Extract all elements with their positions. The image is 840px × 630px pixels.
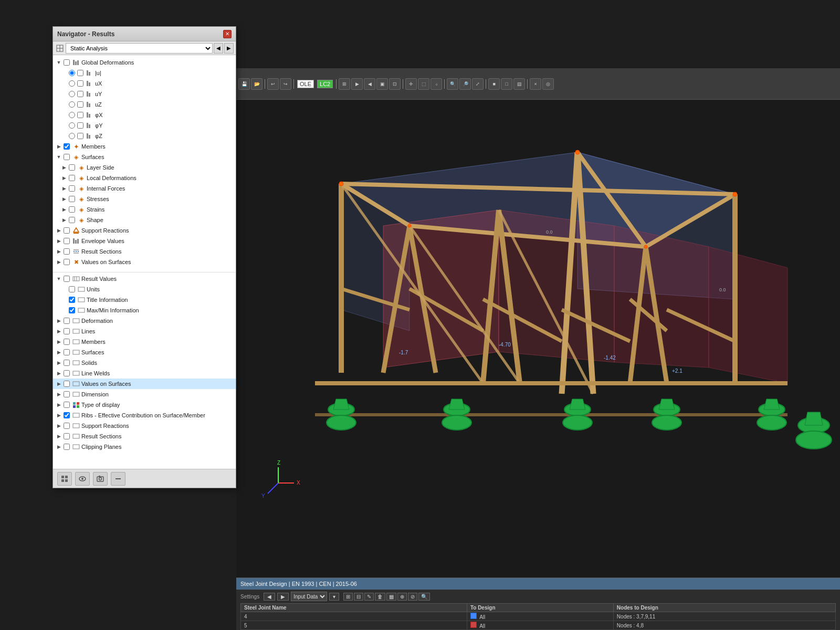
expand-icon-members[interactable]: ▶	[55, 143, 62, 150]
checkbox-title-info[interactable]	[69, 297, 75, 303]
checkbox-stresses[interactable]	[69, 196, 75, 202]
checkbox-phiz[interactable]	[77, 133, 83, 139]
tb-sel3[interactable]: ⬦	[430, 78, 442, 90]
analysis-dropdown[interactable]: Static Analysis	[66, 43, 213, 54]
tree-item-values-on-surfaces-top[interactable]: ▶ ✖ Values on Surfaces	[53, 257, 236, 267]
nav-dash-btn[interactable]	[111, 472, 125, 486]
expand-icon-surfaces2[interactable]: ▶	[55, 349, 62, 356]
tree-item-layer-side[interactable]: ▶ ◈ Layer Side	[53, 162, 236, 173]
checkbox-envelope[interactable]	[64, 238, 70, 244]
checkbox-layer-side[interactable]	[69, 164, 75, 171]
table-row[interactable]: 5 All Nodes : 4,8	[241, 621, 836, 630]
radio-phiz[interactable]	[69, 133, 75, 139]
checkbox-result-values[interactable]	[64, 276, 70, 282]
tree-item-phiz[interactable]: φZ	[53, 131, 236, 141]
dropdown-arrow-btn[interactable]: ▾	[329, 593, 339, 601]
tb-misc1[interactable]: ×	[530, 78, 541, 90]
tb-view2[interactable]: ▶	[351, 78, 363, 90]
tool-btn-3[interactable]: ✎	[364, 593, 374, 601]
checkbox-local-deformations[interactable]	[69, 175, 75, 181]
expand-icon-shape[interactable]: ▶	[60, 216, 68, 224]
tree-item-global-deformations[interactable]: ▼ Global Deformations	[53, 57, 236, 68]
tree-item-values-on-surfaces[interactable]: ▶ Values on Surfaces	[53, 379, 236, 389]
expand-icon-stresses[interactable]: ▶	[60, 195, 68, 203]
expand-icon-support-reactions[interactable]: ▶	[55, 227, 62, 234]
checkbox-uy[interactable]	[77, 91, 83, 97]
nav-fwd-btn[interactable]: ▶	[277, 593, 289, 601]
tree-item-type-of-display[interactable]: ▶ Type of display	[53, 400, 236, 410]
tree-item-uy[interactable]: uY	[53, 89, 236, 99]
checkbox-result-sections2[interactable]	[64, 433, 70, 439]
tb-zoom-out[interactable]: 🔎	[459, 78, 471, 90]
checkbox-phix[interactable]	[77, 112, 83, 118]
radio-ux[interactable]	[69, 80, 75, 87]
tree-item-dimension[interactable]: ▶ Dimension	[53, 389, 236, 400]
tb-save[interactable]: 💾	[238, 78, 250, 90]
tree-item-ux[interactable]: uX	[53, 78, 236, 89]
tb-render1[interactable]: ■	[488, 78, 500, 90]
expand-icon-values-on-surfaces-top[interactable]: ▶	[55, 258, 62, 266]
radio-u-abs[interactable]	[69, 70, 75, 76]
checkbox-result-sections-top[interactable]	[64, 248, 70, 255]
checkbox-lines[interactable]	[64, 328, 70, 334]
tb-zoom-in[interactable]: 🔍	[447, 78, 458, 90]
tb-undo[interactable]: ↩	[267, 78, 279, 90]
tree-item-lines[interactable]: ▶ Lines	[53, 326, 236, 337]
tb-open[interactable]: 📂	[251, 78, 262, 90]
expand-icon-type-of-display[interactable]: ▶	[55, 401, 62, 408]
expand-icon-solids[interactable]: ▶	[55, 359, 62, 366]
nav-camera-btn[interactable]	[93, 472, 108, 486]
checkbox-ux[interactable]	[77, 80, 83, 87]
tb-sel2[interactable]: ⬚	[418, 78, 429, 90]
checkbox-shape[interactable]	[69, 217, 75, 223]
checkbox-surfaces2[interactable]	[64, 349, 70, 355]
tb-view1[interactable]: ⊞	[339, 78, 350, 90]
tree-item-title-info[interactable]: Title Information	[53, 295, 236, 305]
tb-zoom-fit[interactable]: ⤢	[472, 78, 484, 90]
tree-item-support-reactions2[interactable]: ▶ Support Reactions	[53, 421, 236, 431]
checkbox-global-deformations[interactable]	[64, 59, 70, 66]
checkbox-support-reactions[interactable]	[64, 227, 70, 234]
tree-item-envelope-values[interactable]: ▶ Envelope Values	[53, 236, 236, 246]
expand-icon-surfaces[interactable]: ▼	[55, 153, 62, 161]
checkbox-deformation[interactable]	[64, 318, 70, 324]
checkbox-type-of-display[interactable]	[64, 402, 70, 408]
tool-btn-2[interactable]: ⊟	[354, 593, 363, 601]
tree-item-uz[interactable]: uZ	[53, 99, 236, 110]
close-button[interactable]: ✕	[223, 30, 232, 38]
tree-item-internal-forces[interactable]: ▶ ◈ Internal Forces	[53, 183, 236, 194]
checkbox-members2[interactable]	[64, 339, 70, 345]
expand-icon-lines[interactable]: ▶	[55, 328, 62, 335]
checkbox-clipping-planes[interactable]	[64, 444, 70, 450]
expand-icon-global-deformations[interactable]: ▼	[55, 59, 62, 66]
tree-item-deformation[interactable]: ▶ Deformation	[53, 316, 236, 326]
expand-icon-internal-forces[interactable]: ▶	[60, 185, 68, 192]
tree-item-phiy[interactable]: φY	[53, 120, 236, 131]
search-btn[interactable]: 🔍	[418, 593, 430, 601]
tb-render3[interactable]: ▤	[513, 78, 525, 90]
checkbox-solids[interactable]	[64, 360, 70, 366]
tree-item-surfaces2[interactable]: ▶ Surfaces	[53, 347, 236, 358]
expand-icon-result-sections2[interactable]: ▶	[55, 433, 62, 440]
expand-icon-result-sections-top[interactable]: ▶	[55, 248, 62, 255]
radio-uy[interactable]	[69, 91, 75, 97]
expand-icon-support-reactions2[interactable]: ▶	[55, 422, 62, 429]
tree-item-u-abs[interactable]: |u|	[53, 68, 236, 78]
tree-item-members2[interactable]: ▶ Members	[53, 337, 236, 347]
tool-btn-1[interactable]: ⊞	[343, 593, 353, 601]
tree-item-support-reactions[interactable]: ▶ Support Reactions	[53, 225, 236, 236]
tree-item-shape[interactable]: ▶ ◈ Shape	[53, 215, 236, 225]
checkbox-units[interactable]	[69, 286, 75, 292]
expand-icon-local-deformations[interactable]: ▶	[60, 174, 68, 182]
expand-icon-envelope[interactable]: ▶	[55, 237, 62, 245]
checkbox-maxmin[interactable]	[69, 307, 75, 313]
tool-btn-7[interactable]: ⊘	[408, 593, 417, 601]
nav-prev-btn[interactable]: ◀	[214, 43, 223, 54]
checkbox-members[interactable]	[64, 143, 70, 150]
tool-btn-5[interactable]: ▦	[386, 593, 396, 601]
tree-item-result-values[interactable]: ▼ Result Values	[53, 274, 236, 284]
radio-phix[interactable]	[69, 112, 75, 118]
expand-icon-deformation[interactable]: ▶	[55, 317, 62, 324]
expand-icon-result-values[interactable]: ▼	[55, 275, 62, 282]
tree-item-units[interactable]: Units	[53, 284, 236, 295]
